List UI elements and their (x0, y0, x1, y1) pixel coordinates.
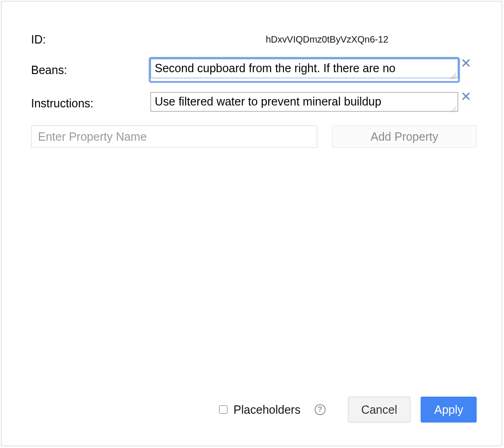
beans-label: Beans: (31, 63, 151, 77)
add-property-button[interactable]: Add Property (332, 125, 477, 148)
cancel-button[interactable]: Cancel (348, 397, 411, 423)
instructions-row: Instructions: (31, 92, 477, 114)
remove-instructions-button[interactable] (458, 92, 475, 100)
close-icon (462, 59, 470, 67)
close-icon (462, 92, 470, 100)
apply-button[interactable]: Apply (421, 397, 477, 423)
beans-input[interactable] (151, 59, 458, 78)
instructions-field-wrap (151, 92, 458, 114)
instructions-input[interactable] (151, 92, 458, 112)
properties-panel: ID: hDxvVIQDmz0tByVzXQn6-12 Beans: Instr… (1, 1, 502, 446)
placeholders-checkbox[interactable] (219, 405, 227, 414)
remove-beans-button[interactable] (458, 59, 475, 67)
id-value: hDxvVIQDmz0tByVzXQn6-12 (177, 34, 477, 45)
add-property-row: Add Property (31, 125, 477, 148)
properties-form: ID: hDxvVIQDmz0tByVzXQn6-12 Beans: Instr… (31, 29, 477, 148)
beans-field-wrap (151, 59, 458, 81)
beans-row: Beans: (31, 59, 477, 81)
id-row: ID: hDxvVIQDmz0tByVzXQn6-12 (31, 29, 477, 50)
instructions-label: Instructions: (31, 97, 151, 110)
footer: Placeholders ? Cancel Apply (31, 397, 477, 423)
help-icon[interactable]: ? (315, 404, 326, 415)
placeholders-toggle[interactable]: Placeholders (217, 403, 301, 417)
spacer (31, 148, 477, 397)
id-label: ID: (31, 33, 177, 46)
property-name-input[interactable] (31, 125, 317, 148)
placeholders-label: Placeholders (233, 403, 301, 417)
